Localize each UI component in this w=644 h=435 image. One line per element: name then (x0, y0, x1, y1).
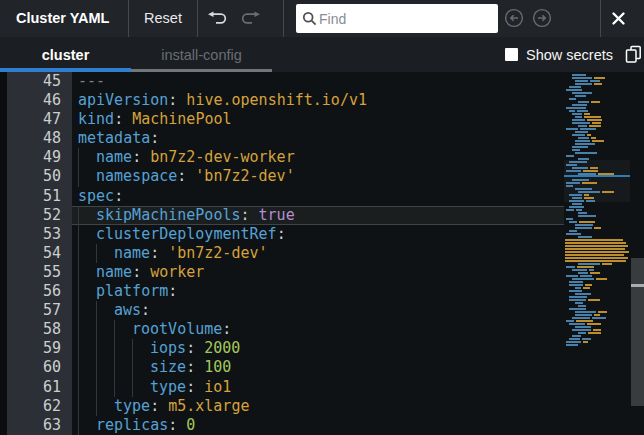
indent-guide (96, 301, 97, 320)
code-text[interactable]: name: 'bn7z2-dev' (72, 244, 564, 263)
code-text[interactable]: aws: (72, 301, 564, 320)
code-text[interactable]: type: io1 (72, 378, 564, 397)
tab-cluster[interactable]: cluster (0, 37, 131, 72)
vertical-scrollbar[interactable] (630, 72, 644, 435)
line-number[interactable]: 45 (7, 72, 72, 91)
code-line[interactable]: 50namespace: 'bn7z2-dev' (7, 167, 564, 186)
code-text[interactable]: metadata: (72, 129, 564, 148)
code-line[interactable]: 61type: io1 (7, 378, 564, 397)
code-text[interactable]: kind: MachinePool (72, 110, 564, 129)
code-text[interactable]: type: m5.xlarge (72, 397, 564, 416)
yaml-token: : (186, 358, 195, 376)
line-number[interactable]: 56 (7, 282, 72, 301)
cluster-yaml-modal: Cluster YAML Reset (0, 0, 644, 435)
show-secrets-checkbox[interactable] (505, 48, 518, 61)
code-text[interactable]: skipMachinePools: true (72, 206, 564, 225)
yaml-line-text: platform: (78, 282, 177, 300)
code-line[interactable]: 55name: worker (7, 263, 564, 282)
minimap-line (565, 260, 626, 262)
code-line[interactable]: 47kind: MachinePool (7, 110, 564, 129)
code-line[interactable]: 48metadata: (7, 129, 564, 148)
line-number[interactable]: 57 (7, 301, 72, 320)
line-number[interactable]: 59 (7, 339, 72, 358)
minimap-line (572, 119, 585, 121)
line-number[interactable]: 52 (7, 206, 72, 225)
find-input[interactable] (317, 10, 492, 28)
yaml-line-text: name: worker (78, 263, 204, 281)
code-line[interactable]: 62type: m5.xlarge (7, 397, 564, 416)
yaml-editor[interactable]: 45---46apiVersion: hive.openshift.io/v14… (0, 72, 644, 435)
find-next-button[interactable] (531, 7, 553, 29)
code-line[interactable]: 58rootVolume: (7, 320, 564, 339)
minimap-line (575, 131, 588, 133)
code-line[interactable]: 57aws: (7, 301, 564, 320)
yaml-line-text: name: bn7z2-dev-worker (78, 148, 295, 166)
line-number[interactable]: 55 (7, 263, 72, 282)
tab-install-config[interactable]: install-config (131, 37, 272, 72)
minimap-line (594, 227, 601, 229)
minimap-line (578, 158, 589, 160)
line-number[interactable]: 49 (7, 148, 72, 167)
code-text[interactable]: platform: (72, 282, 564, 301)
minimap-line (577, 110, 588, 112)
line-number[interactable]: 58 (7, 320, 72, 339)
code-text[interactable]: iops: 2000 (72, 339, 564, 358)
line-number[interactable]: 53 (7, 225, 72, 244)
yaml-token: size (150, 358, 186, 376)
line-number[interactable]: 48 (7, 129, 72, 148)
code-line[interactable]: 45--- (7, 72, 564, 91)
code-text[interactable]: clusterDeploymentRef: (72, 225, 564, 244)
code-line[interactable]: 46apiVersion: hive.openshift.io/v1 (7, 91, 564, 110)
line-number[interactable]: 54 (7, 244, 72, 263)
yaml-token: true (250, 206, 295, 224)
code-line[interactable]: 52skipMachinePools: true (7, 206, 564, 225)
line-number[interactable]: 61 (7, 378, 72, 397)
minimap-line (575, 293, 591, 295)
code-text[interactable]: spec: (72, 187, 564, 206)
reset-button[interactable]: Reset (129, 0, 197, 37)
code-text[interactable]: name: worker (72, 263, 564, 282)
minimap-line (572, 74, 586, 76)
code-line[interactable]: 54name: 'bn7z2-dev' (7, 244, 564, 263)
code-line[interactable]: 60size: 100 (7, 358, 564, 377)
code-text[interactable]: name: bn7z2-dev-worker (72, 148, 564, 167)
indent-guide (96, 378, 97, 397)
line-number[interactable]: 50 (7, 167, 72, 186)
line-number[interactable]: 63 (7, 416, 72, 435)
line-number[interactable]: 47 (7, 110, 72, 129)
close-button[interactable] (610, 10, 627, 27)
copy-button[interactable] (625, 45, 642, 64)
minimap-current-line-marker (564, 175, 630, 177)
code-line[interactable]: 53clusterDeploymentRef: (7, 225, 564, 244)
redo-button[interactable] (238, 11, 262, 26)
line-number[interactable]: 46 (7, 91, 72, 110)
code-line[interactable]: 63replicas: 0 (7, 416, 564, 435)
code-line[interactable]: 49name: bn7z2-dev-worker (7, 148, 564, 167)
code-text[interactable]: apiVersion: hive.openshift.io/v1 (72, 91, 564, 110)
scrollbar-slider[interactable] (631, 258, 644, 406)
minimap-line (587, 323, 601, 325)
indent-guide (114, 358, 115, 377)
code-text[interactable]: --- (72, 72, 564, 91)
minimap-line (572, 146, 588, 148)
line-number[interactable]: 60 (7, 358, 72, 377)
indent-guide (114, 320, 115, 339)
code-line[interactable]: 59iops: 2000 (7, 339, 564, 358)
code-text[interactable]: replicas: 0 (72, 416, 564, 435)
code-text[interactable]: namespace: 'bn7z2-dev' (72, 167, 564, 186)
find-previous-button[interactable] (503, 7, 525, 29)
minimap-line (594, 314, 600, 316)
code-text[interactable]: size: 100 (72, 358, 564, 377)
indent-guide (132, 378, 133, 397)
code-line[interactable]: 51spec: (7, 187, 564, 206)
line-number[interactable]: 62 (7, 397, 72, 416)
undo-button[interactable] (206, 11, 230, 26)
yaml-line-text: clusterDeploymentRef: (78, 225, 286, 243)
divider (197, 0, 198, 37)
minimap[interactable] (564, 72, 630, 435)
line-number[interactable]: 51 (7, 187, 72, 206)
show-secrets-label: Show secrets (526, 47, 613, 63)
code-text[interactable]: rootVolume: (72, 320, 564, 339)
code-line[interactable]: 56platform: (7, 282, 564, 301)
minimap-line (569, 290, 582, 292)
